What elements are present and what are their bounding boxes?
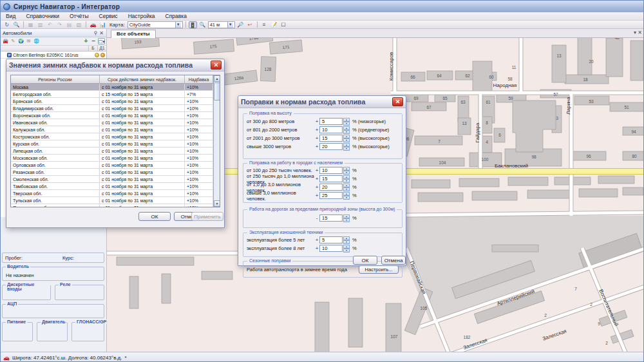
traffic-light-icon[interactable]: 🚦 [189,21,197,28]
add-vehicle-button[interactable]: + [82,38,90,44]
close-icon[interactable]: ✕ [211,61,222,70]
chevron-down-icon[interactable]: ▾ [634,30,636,35]
table-row[interactable]: Рязанская обл.с 01 ноября по 31 марта+10… [11,169,220,176]
spinner-buttons[interactable]: ▲▼ [343,118,350,125]
menu-item[interactable]: Отчёты [64,13,94,19]
spinner-buttons[interactable]: ▲▼ [343,245,350,252]
spinner-buttons[interactable]: ▲▼ [343,135,350,142]
copy-icon[interactable]: ▥ [36,21,44,28]
chart-icon[interactable]: 📊 [99,21,107,28]
close-icon[interactable]: ✕ [638,30,642,35]
ok-button[interactable]: ОК [353,256,377,265]
vehicle-list-header[interactable]: Б Д1 [1,46,106,52]
column-d1[interactable]: Д1 [97,46,106,51]
redo-icon[interactable]: ↷ [55,21,64,28]
spinner-buttons[interactable]: ▲▼ [343,175,350,182]
close-icon[interactable]: ✕ [99,30,104,36]
spin-input[interactable]: 10 [319,126,343,133]
spin-input[interactable]: 20 [319,184,343,191]
table-row[interactable]: Липецкая обл.с 01 ноября по 31 марта+10% [11,148,220,155]
tab-all-objects[interactable]: Все объекты [111,30,156,38]
layout-icon[interactable]: ▤ [65,21,73,28]
zoom-in-icon[interactable]: 🔍 [198,21,207,28]
dialog-title-bar[interactable]: Значения зимних надбавок к нормам расход… [6,59,224,71]
table-row[interactable]: Смоленская обл.с 01 ноября по 31 марта+1… [11,176,220,183]
table-scrollbar[interactable]: ▲ ▼ [213,75,220,207]
spin-down-icon[interactable]: ▼ [343,171,350,175]
car-icon[interactable]: 🚘 [2,38,9,44]
back-arrow-icon[interactable]: ↩ [246,21,254,28]
spin-input[interactable]: 15 [319,135,343,142]
list-icon[interactable]: ≡ [260,21,269,28]
close-icon[interactable]: ✕ [392,97,403,106]
globe-icon[interactable]: 🌍 [17,38,24,44]
zoom-level-combo[interactable]: 41 м ▼ [208,21,235,28]
table-row[interactable]: Ивановская обл.с 01 ноября по 31 марта+1… [11,119,220,126]
spin-input[interactable]: 5 [319,236,343,243]
spin-down-icon[interactable]: ▼ [343,187,350,191]
menu-item[interactable]: Справочники [21,13,64,19]
spin-input[interactable]: 15 [319,214,343,222]
cancel-button[interactable]: Отмена [381,256,406,265]
spin-input[interactable]: 15 [319,175,343,182]
table-row[interactable]: Тверская обл.с 01 ноября по 31 марта+10% [11,190,220,197]
table-row[interactable]: Москвас 01 ноября по 31 марта+10% [11,84,220,91]
column-regions[interactable]: Регионы России [11,75,100,83]
menu-item[interactable]: Сервис [94,13,123,19]
table-row[interactable]: Костромская обл.с 01 ноября по 31 марта+… [11,133,220,140]
chevron-down-icon[interactable]: ▼ [227,22,233,28]
spin-down-icon[interactable]: ▼ [343,122,350,126]
menu-item[interactable]: Справка [160,13,192,19]
table-row[interactable]: Калужская обл.с 01 ноября по 31 марта+10… [11,126,220,133]
spinner-buttons[interactable]: ▲▼ [343,184,350,191]
table-row[interactable]: Орловская обл.с 01 ноября по 31 марта+10… [11,162,220,169]
remove-vehicle-button[interactable]: − [90,38,97,44]
mail-icon[interactable]: ✉ [25,38,32,44]
undo-icon[interactable]: ↶ [46,21,54,28]
world-icon[interactable]: 🌐 [33,38,40,44]
pin-icon[interactable]: ⚲ [93,30,99,36]
scroll-up-icon[interactable]: ▲ [214,75,220,82]
spinner-buttons[interactable]: ▲▼ [343,236,350,243]
notes-icon[interactable]: 📝 [270,21,278,28]
spin-down-icon[interactable]: ▼ [343,179,350,183]
spinner-buttons[interactable]: ▲▼ [343,167,350,174]
spin-down-icon[interactable]: ▼ [343,147,350,151]
table-row[interactable]: Владимирская обл.с 01 ноября по 31 марта… [11,105,220,112]
menu-item[interactable]: Настройка [123,13,160,19]
spin-input[interactable]: 25 [319,192,343,199]
filter-icon[interactable]: ▧ [75,21,83,28]
table-row[interactable]: Брянская обл.с 01 ноября по 31 марта+10% [11,98,220,105]
checkbox-icon[interactable]: ☐ [279,21,288,28]
spin-input[interactable]: 5 [319,118,343,125]
dock-header[interactable]: Автомобили ⚲ ✕ [1,29,106,37]
menu-item[interactable]: Вид [1,13,21,19]
table-header[interactable]: Регионы России Срок действия зимних надб… [11,75,220,84]
zoom-out-icon[interactable]: 🔎 [236,21,245,28]
configure-button[interactable]: Настроить... [359,265,399,274]
table-row[interactable]: Тульская обл.с 01 ноября по 31 марта+10% [11,197,220,204]
spin-down-icon[interactable]: ▼ [343,130,350,134]
spin-down-icon[interactable]: ▼ [343,218,350,222]
spin-down-icon[interactable]: ▼ [343,196,350,200]
spinner-buttons[interactable]: ▲▼ [343,143,350,150]
column-period[interactable]: Срок действия зимних надбавок. [100,75,185,83]
edit-icon[interactable]: ✎ [10,38,17,44]
dialog-title-bar[interactable]: Поправки к нормам расхода топлива ✕ [238,96,406,108]
ok-button[interactable]: ОК [138,212,171,221]
scrollbar-thumb[interactable] [214,82,220,100]
title-bar[interactable]: Сирнус Навигатор - Интегратор [1,1,644,12]
table-row[interactable]: Белгородская обл.с 15 ноября по 15 марта… [11,91,220,98]
column-allowance[interactable]: Надбавка [185,75,213,83]
table-row[interactable]: Курская обл.с 01 ноября по 31 марта+10% [11,140,220,148]
map-provider-combo[interactable]: CityGuide ▼ [128,21,183,28]
chevron-down-icon[interactable]: ▼ [175,22,181,28]
spin-input[interactable]: 10 [319,167,343,174]
column-b[interactable]: Б [88,46,97,51]
spin-down-icon[interactable]: ▼ [343,138,350,142]
vehicle-menu-icon[interactable]: 🚗▾ [89,21,97,28]
table-row[interactable]: Ярославская обл.с 01 ноября по 31 марта+… [11,204,220,207]
spinner-buttons[interactable]: ▲▼ [343,126,350,133]
spin-input[interactable]: 10 [319,245,343,252]
spinner-buttons[interactable]: ▲▼ [343,214,350,222]
